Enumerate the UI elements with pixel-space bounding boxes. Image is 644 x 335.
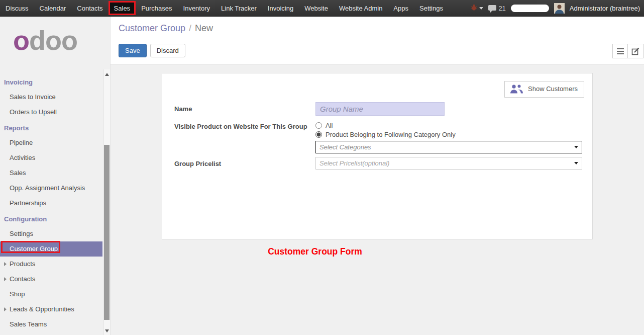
scroll-down-arrow-icon[interactable] bbox=[105, 329, 109, 332]
nav-purchases[interactable]: Purchases bbox=[136, 0, 177, 16]
systray-pill[interactable] bbox=[511, 5, 549, 12]
debug-menu-button[interactable] bbox=[471, 4, 483, 12]
sidebar-item-pipeline[interactable]: Pipeline bbox=[0, 135, 104, 150]
sidebar-item-opp-assignment-analysis[interactable]: Opp. Assignment Analysis bbox=[0, 181, 104, 196]
action-buttons: Save Discard bbox=[119, 44, 185, 57]
form-sheet: Show Customers Name Visible Product on W… bbox=[162, 73, 593, 239]
visible-product-row: Visible Product on Website For This Grou… bbox=[174, 122, 582, 153]
control-panel: Customer Group/New Save Discard bbox=[111, 17, 644, 65]
annotation-caption-wrap: Customer Group Form bbox=[111, 246, 519, 257]
messages-button[interactable]: 21 bbox=[488, 5, 505, 12]
form-fields: Name Visible Product on Website For This… bbox=[174, 102, 582, 176]
pricelist-select[interactable]: Select Pricelist(optional) bbox=[315, 157, 582, 170]
section-reports: Reports bbox=[0, 120, 104, 135]
sidebar-item-products[interactable]: Products bbox=[0, 257, 104, 272]
visible-product-label: Visible Product on Website For This Grou… bbox=[174, 122, 315, 153]
breadcrumb-parent-link[interactable]: Customer Group bbox=[119, 23, 185, 33]
name-row: Name bbox=[174, 102, 582, 116]
nav-website-admin[interactable]: Website Admin bbox=[334, 0, 388, 16]
annotation-caption: Customer Group Form bbox=[268, 246, 362, 257]
sidebar-item-contacts[interactable]: Contacts bbox=[0, 272, 104, 287]
nav-website[interactable]: Website bbox=[299, 0, 334, 16]
sidebar-item-delivery[interactable]: Delivery bbox=[0, 332, 104, 335]
top-navbar: Discuss Calendar Contacts Sales Purchase… bbox=[0, 0, 644, 17]
radio-option-all[interactable]: All bbox=[315, 122, 582, 129]
form-view-button[interactable] bbox=[628, 44, 643, 58]
main-content: Show Customers Name Visible Product on W… bbox=[111, 65, 644, 335]
user-avatar[interactable] bbox=[554, 3, 565, 14]
sidebar-item-sales-to-invoice[interactable]: Sales to Invoice bbox=[0, 90, 104, 105]
sidebar-menu: Invoicing Sales to Invoice Orders to Ups… bbox=[0, 74, 104, 335]
page: Discuss Calendar Contacts Sales Purchase… bbox=[0, 0, 644, 335]
scroll-up-arrow-icon[interactable] bbox=[105, 73, 109, 76]
view-switcher bbox=[612, 44, 643, 58]
nav-invoicing[interactable]: Invoicing bbox=[262, 0, 299, 16]
pricelist-row: Group Pricelist Select Pricelist(optiona… bbox=[174, 157, 582, 170]
nav-link-tracker[interactable]: Link Tracker bbox=[216, 0, 262, 16]
radio-option-category-only[interactable]: Product Beloging to Following Category O… bbox=[315, 131, 582, 138]
nav-calendar[interactable]: Calendar bbox=[34, 0, 72, 16]
sidebar-item-orders-to-upsell[interactable]: Orders to Upsell bbox=[0, 105, 104, 120]
list-view-button[interactable] bbox=[612, 44, 628, 58]
user-menu[interactable]: Administrator (braintree) bbox=[570, 5, 641, 12]
nav-inventory[interactable]: Inventory bbox=[178, 0, 216, 16]
breadcrumb: Customer Group/New bbox=[119, 23, 213, 34]
messages-count: 21 bbox=[498, 5, 505, 12]
sidebar-item-activities[interactable]: Activities bbox=[0, 150, 104, 165]
chevron-down-icon bbox=[479, 7, 483, 10]
section-invoicing: Invoicing bbox=[0, 74, 104, 90]
sidebar-item-settings[interactable]: Settings bbox=[0, 226, 104, 241]
sidebar-item-sales[interactable]: Sales bbox=[0, 165, 104, 181]
expand-arrow-icon bbox=[4, 262, 7, 266]
radio-category-input[interactable] bbox=[315, 131, 322, 138]
app-sidebar: odoo Invoicing Sales to Invoice Orders t… bbox=[0, 17, 111, 335]
chat-bubble-icon bbox=[488, 5, 496, 11]
name-label: Name bbox=[174, 102, 315, 116]
sidebar-item-sales-teams[interactable]: Sales Teams bbox=[0, 317, 104, 332]
sidebar-item-leads-opportunities[interactable]: Leads & Opportunities bbox=[0, 302, 104, 317]
radio-all-input[interactable] bbox=[315, 122, 322, 129]
expand-arrow-icon bbox=[4, 277, 7, 281]
nav-settings[interactable]: Settings bbox=[414, 0, 449, 16]
select-caret-icon bbox=[574, 162, 578, 164]
systray: 21 Administrator (braintree) bbox=[471, 0, 644, 16]
nav-apps[interactable]: Apps bbox=[388, 0, 414, 16]
save-button[interactable]: Save bbox=[119, 44, 147, 57]
pricelist-label: Group Pricelist bbox=[174, 157, 315, 170]
show-customers-label: Show Customers bbox=[528, 85, 578, 94]
discard-button[interactable]: Discard bbox=[150, 44, 185, 57]
scrollbar-thumb[interactable] bbox=[104, 145, 110, 320]
nav-sales[interactable]: Sales bbox=[109, 1, 136, 15]
sidebar-item-customer-group[interactable]: Customer Group bbox=[0, 241, 102, 257]
group-name-input[interactable] bbox=[315, 102, 445, 116]
customers-icon bbox=[510, 84, 523, 95]
odoo-logo[interactable]: odoo bbox=[0, 17, 110, 54]
nav-contacts[interactable]: Contacts bbox=[71, 0, 108, 16]
sidebar-item-partnerships[interactable]: Partnerships bbox=[0, 196, 104, 211]
nav-discuss[interactable]: Discuss bbox=[0, 0, 34, 16]
bug-icon bbox=[471, 4, 477, 12]
section-configuration: Configuration bbox=[0, 211, 104, 226]
sidebar-item-shop[interactable]: Shop bbox=[0, 287, 104, 302]
show-customers-button[interactable]: Show Customers bbox=[504, 81, 584, 98]
select-caret-icon bbox=[574, 146, 578, 148]
edit-pencil-icon bbox=[631, 47, 639, 55]
categories-select[interactable]: Select Categories bbox=[315, 141, 582, 153]
breadcrumb-separator: / bbox=[189, 23, 191, 33]
list-icon bbox=[616, 48, 624, 55]
sidebar-scrollbar[interactable] bbox=[103, 69, 110, 335]
breadcrumb-current: New bbox=[195, 23, 213, 33]
expand-arrow-icon bbox=[4, 307, 7, 311]
